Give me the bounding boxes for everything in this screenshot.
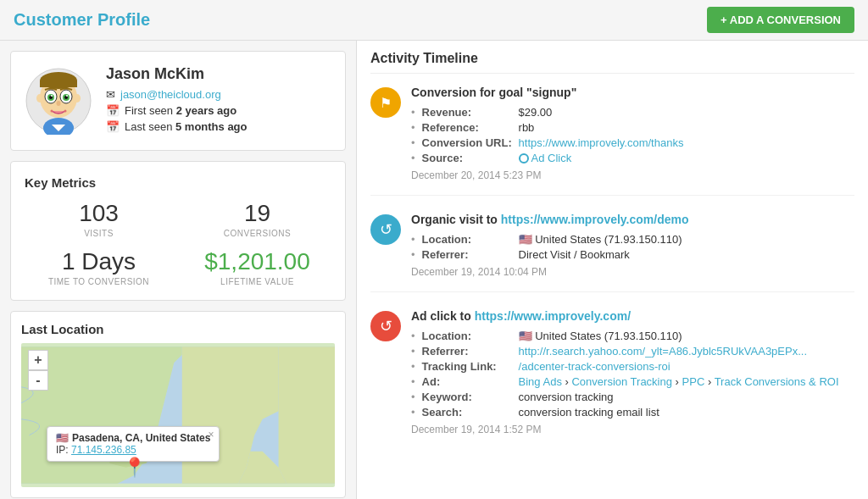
timeline-header-3: Ad click to https://www.improvely.com/ — [411, 309, 854, 323]
ttc-value: 1 Days — [25, 248, 173, 275]
email-link[interactable]: jason@theicloud.org — [120, 88, 221, 101]
ltv-value: $1,201.00 — [183, 248, 331, 275]
ltv-metric: $1,201.00 LIFETIME VALUE — [183, 248, 331, 286]
conversions-value: 19 — [183, 200, 331, 227]
metrics-title: Key Metrics — [25, 175, 331, 190]
map-pin: 📍 — [123, 457, 146, 479]
metrics-card: Key Metrics 103 VISITS 19 CONVERSIONS 1 … — [10, 161, 346, 301]
detail-list-1: Revenue: $29.00 Reference: rbb Conversio… — [411, 106, 854, 164]
popup-ip: IP: 71.145.236.85 — [56, 444, 210, 456]
visits-label: VISITS — [25, 229, 173, 238]
ttc-label: TIME TO CONVERSION — [25, 277, 173, 286]
detail-location-3: Location: 🇺🇸 United States (71.93.150.11… — [411, 330, 854, 342]
timeline-date-2: December 19, 2014 10:04 PM — [411, 266, 854, 278]
organic-visit-link[interactable]: https://www.improvely.com/demo — [501, 213, 689, 226]
detail-search: Search: conversion tracking email list — [411, 406, 854, 419]
profile-email: ✉ jason@theicloud.org — [106, 88, 331, 101]
conversions-label: CONVERSIONS — [183, 229, 331, 238]
tracking-link[interactable]: /adcenter-track-conversions-roi — [519, 360, 670, 373]
location-card: Last Location — [10, 311, 346, 498]
timeline-content-2: Organic visit to https://www.improvely.c… — [411, 213, 854, 278]
ad-click-icon: ↺ — [370, 311, 401, 341]
profile-last-seen: 📅 Last seen 5 months ago — [106, 120, 331, 133]
detail-revenue: Revenue: $29.00 — [411, 106, 854, 119]
referrer-link[interactable]: http://r.search.yahoo.com/_ylt=A86.Jyblc… — [519, 345, 807, 358]
timeline-item-2: ↺ Organic visit to https://www.improvely… — [370, 213, 854, 292]
profile-name: Jason McKim — [106, 65, 331, 83]
ad-click-link[interactable]: https://www.improvely.com/ — [475, 309, 631, 323]
detail-referrer-2: Referrer: Direct Visit / Bookmark — [411, 248, 854, 261]
timeline-header-2: Organic visit to https://www.improvely.c… — [411, 213, 854, 226]
visits-value: 103 — [25, 200, 173, 227]
detail-source: Source: Ad Click — [411, 152, 854, 164]
zoom-out-button[interactable]: - — [28, 370, 48, 391]
metrics-grid: 103 VISITS 19 CONVERSIONS 1 Days TIME TO… — [25, 200, 331, 286]
ad-link-1[interactable]: Bing Ads — [519, 375, 562, 388]
profile-info: Jason McKim ✉ jason@theicloud.org 📅 Firs… — [106, 65, 331, 136]
flag-icon: 🇺🇸 — [56, 432, 69, 444]
timeline-item: ⚑ Conversion for goal "signup" Revenue: … — [370, 86, 854, 196]
timeline-item-3: ↺ Ad click to https://www.improvely.com/… — [370, 309, 854, 449]
svg-point-15 — [51, 95, 53, 97]
popup-ip-link[interactable]: 71.145.236.85 — [71, 444, 136, 456]
activity-title: Activity Timeline — [370, 51, 854, 74]
conversion-icon: ⚑ — [370, 87, 401, 118]
calendar-icon-2: 📅 — [106, 120, 120, 133]
mail-icon: ✉ — [106, 88, 115, 101]
popup-city: 🇺🇸 Pasadena, CA, United States — [56, 432, 210, 444]
svg-point-18 — [51, 110, 53, 113]
top-bar: Customer Profile + ADD A CONVERSION — [0, 0, 868, 41]
page-title: Customer Profile — [14, 10, 150, 30]
ad-link-4[interactable]: Track Conversions & ROI — [715, 375, 839, 388]
detail-list-3: Location: 🇺🇸 United States (71.93.150.11… — [411, 330, 854, 419]
detail-location-2: Location: 🇺🇸 United States (71.93.150.11… — [411, 233, 854, 246]
map-container: + - × 🇺🇸 Pasadena, CA, United States IP:… — [21, 343, 335, 487]
detail-ad: Ad: Bing Ads › Conversion Tracking › PPC… — [411, 375, 854, 388]
timeline-date-1: December 20, 2014 5:23 PM — [411, 169, 854, 181]
timeline-date-3: December 19, 2014 1:52 PM — [411, 424, 854, 435]
svg-point-6 — [74, 94, 81, 103]
visit-icon: ↺ — [370, 214, 401, 245]
left-panel: Jason McKim ✉ jason@theicloud.org 📅 Firs… — [0, 41, 356, 499]
svg-rect-4 — [40, 80, 77, 87]
detail-keyword: Keyword: conversion tracking — [411, 391, 854, 403]
ad-link-2[interactable]: Conversion Tracking — [571, 375, 672, 388]
detail-tracking-link: Tracking Link: /adcenter-track-conversio… — [411, 360, 854, 373]
search-icon — [519, 153, 529, 164]
avatar — [25, 67, 92, 135]
conversion-url-link[interactable]: https://www.improvely.com/thanks — [519, 136, 684, 149]
timeline-content-3: Ad click to https://www.improvely.com/ L… — [411, 309, 854, 435]
location-title: Last Location — [21, 322, 335, 336]
zoom-in-button[interactable]: + — [28, 350, 48, 370]
detail-list-2: Location: 🇺🇸 United States (71.93.150.11… — [411, 233, 854, 261]
detail-reference: Reference: rbb — [411, 121, 854, 134]
detail-referrer-3: Referrer: http://r.search.yahoo.com/_ylt… — [411, 345, 854, 358]
svg-point-17 — [57, 101, 61, 106]
profile-card: Jason McKim ✉ jason@theicloud.org 📅 Firs… — [10, 51, 346, 151]
visits-metric: 103 VISITS — [25, 200, 173, 238]
svg-point-5 — [36, 94, 43, 103]
ttc-metric: 1 Days TIME TO CONVERSION — [25, 248, 173, 286]
svg-point-16 — [66, 95, 68, 97]
main-layout: Jason McKim ✉ jason@theicloud.org 📅 Firs… — [0, 41, 868, 499]
conversions-metric: 19 CONVERSIONS — [183, 200, 331, 238]
timeline-header-1: Conversion for goal "signup" — [411, 86, 854, 99]
source-link[interactable]: Ad Click — [531, 152, 572, 164]
right-panel: Activity Timeline ⚑ Conversion for goal … — [356, 41, 868, 499]
calendar-icon: 📅 — [106, 104, 120, 117]
ltv-label: LIFETIME VALUE — [183, 277, 331, 286]
timeline-content-1: Conversion for goal "signup" Revenue: $2… — [411, 86, 854, 181]
map-zoom-controls: + - — [28, 350, 48, 391]
add-conversion-button[interactable]: + ADD A CONVERSION — [707, 7, 854, 33]
detail-conversion-url: Conversion URL: https://www.improvely.co… — [411, 136, 854, 149]
ad-link-3[interactable]: PPC — [682, 375, 705, 388]
popup-close-button[interactable]: × — [208, 429, 214, 441]
svg-point-19 — [64, 110, 67, 113]
profile-first-seen: 📅 First seen 2 years ago — [106, 104, 331, 117]
